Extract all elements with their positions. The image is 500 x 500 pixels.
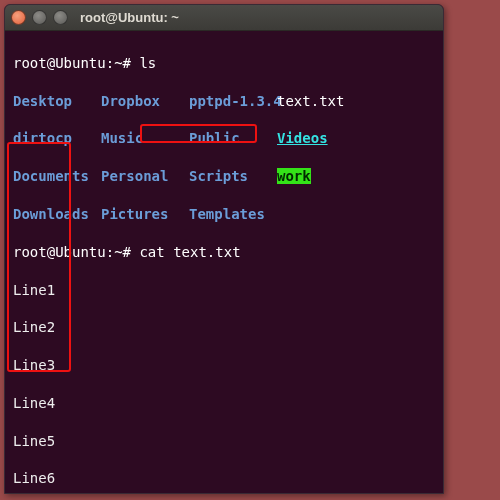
ls-item: Templates (189, 205, 277, 224)
window-title: root@Ubuntu: ~ (80, 10, 179, 25)
ls-item: Music (101, 129, 189, 148)
ls-row: DownloadsPicturesTemplates (13, 205, 435, 224)
ls-item-highlighted: work (277, 168, 311, 184)
command-ls: ls (139, 55, 156, 71)
ls-item: Desktop (13, 92, 101, 111)
output-line: Line5 (13, 432, 435, 451)
ls-item: Documents (13, 167, 101, 186)
close-icon[interactable] (11, 10, 26, 25)
ls-item: pptpd-1.3.4 (189, 92, 277, 111)
output-line: Line4 (13, 394, 435, 413)
terminal-window: root@Ubuntu: ~ root@Ubuntu:~# ls Desktop… (4, 4, 444, 494)
ls-item: Personal (101, 167, 189, 186)
ls-item: Videos (277, 129, 365, 148)
ls-row: dirtocpMusicPublicVideos (13, 129, 435, 148)
output-line: Line1 (13, 281, 435, 300)
ls-item: dirtocp (13, 129, 101, 148)
ls-row: DocumentsPersonalScriptswork (13, 167, 435, 186)
ls-item: Downloads (13, 205, 101, 224)
minimize-icon[interactable] (32, 10, 47, 25)
output-line: Line3 (13, 356, 435, 375)
output-line: Line2 (13, 318, 435, 337)
ls-item: Pictures (101, 205, 189, 224)
ls-item: Scripts (189, 167, 277, 186)
ls-item: text.txt (277, 92, 365, 111)
titlebar[interactable]: root@Ubuntu: ~ (5, 5, 443, 31)
ls-row: DesktopDropboxpptpd-1.3.4text.txt (13, 92, 435, 111)
command-cat: cat text.txt (139, 244, 240, 260)
prompt: root@Ubuntu:~# (13, 55, 139, 71)
prompt: root@Ubuntu:~# (13, 244, 139, 260)
ls-item: Public (189, 129, 277, 148)
terminal-body[interactable]: root@Ubuntu:~# ls DesktopDropboxpptpd-1.… (5, 31, 443, 494)
output-line: Line6 (13, 469, 435, 488)
maximize-icon[interactable] (53, 10, 68, 25)
ls-item: Dropbox (101, 92, 189, 111)
